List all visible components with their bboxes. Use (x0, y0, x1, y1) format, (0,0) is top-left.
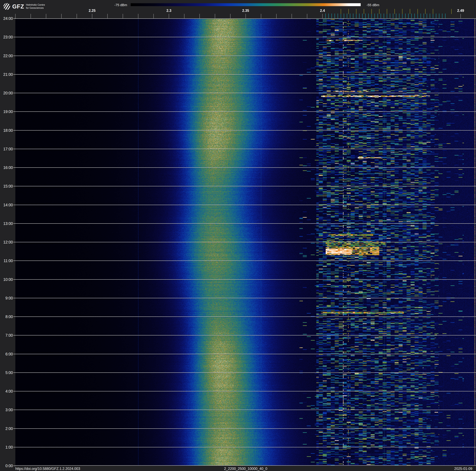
freq-minor-tick (215, 14, 215, 18)
time-label-7:00: 7:00 (0, 333, 13, 338)
wifi-channel-tick (418, 9, 418, 14)
freq-minor-tick (107, 14, 108, 18)
time-label-3:00: 3:00 (0, 408, 13, 412)
ble-channel-tick (396, 14, 396, 18)
time-label-18:00: 18:00 (0, 128, 13, 132)
ble-channel-tick (341, 14, 341, 18)
ble-channel-tick (393, 14, 393, 18)
ble-channel-tick (325, 14, 326, 18)
ble-channel-tick (350, 14, 350, 18)
wifi-channel-tick (364, 9, 364, 14)
time-label-22:00: 22:00 (0, 54, 13, 58)
freq-minor-tick (123, 14, 123, 18)
org-line1: Helmholtz Centre (26, 3, 45, 6)
wifi-channel-tick (348, 9, 349, 14)
freq-minor-tick (77, 14, 77, 18)
freq-minor-tick (276, 14, 276, 18)
org-text: Helmholtz Centre for Geosciences (26, 3, 45, 9)
ble-channel-tick (384, 14, 384, 18)
ble-channel-tick (433, 14, 433, 18)
time-label-15:00: 15:00 (0, 184, 13, 188)
gfz-logo: GFZ Helmholtz Centre for Geosciences (3, 3, 45, 10)
ble-channel-tick (347, 14, 347, 18)
freq-label-2.49: 2.49 (457, 9, 464, 13)
freq-minor-tick (246, 14, 246, 18)
ble-channel-tick (436, 14, 436, 18)
doi-link[interactable]: https://doi.org/10.5880/GFZ.1.2.2024.003 (15, 467, 80, 471)
freq-minor-tick (307, 14, 307, 18)
freq-minor-tick (153, 14, 154, 18)
freq-minor-tick (169, 14, 169, 18)
wifi-channel-tick (387, 9, 387, 14)
time-label-12:00: 12:00 (0, 240, 13, 244)
ble-channel-tick (359, 14, 359, 18)
wifi-channel-tick (379, 9, 379, 14)
colorbar-gradient (131, 3, 361, 6)
ble-channel-tick (362, 14, 362, 18)
time-label-19:00: 19:00 (0, 109, 13, 114)
ble-channel-tick (421, 14, 421, 18)
wifi-channel-tick (394, 9, 395, 14)
ble-channel-tick (411, 14, 412, 18)
ble-channel-tick (390, 14, 390, 18)
ble-channel-tick (408, 14, 408, 18)
date-label: 2025-01-09 (454, 467, 472, 471)
spectrogram-plot (15, 18, 476, 466)
time-label-9:00: 9:00 (0, 296, 13, 300)
ble-channel-tick (365, 14, 366, 18)
time-label-21:00: 21:00 (0, 72, 13, 76)
ble-channel-tick (338, 14, 338, 18)
ble-channel-tick (414, 14, 415, 18)
time-label-2:00: 2:00 (0, 426, 13, 431)
freq-minor-tick (138, 14, 138, 18)
ble-channel-tick (445, 14, 445, 18)
freq-minor-tick (92, 14, 92, 18)
freq-minor-tick (200, 14, 200, 18)
time-label-24:00: 24:00 (0, 16, 13, 21)
freq-minor-tick (184, 14, 184, 18)
time-label-6:00: 6:00 (0, 352, 13, 356)
ble-channel-tick (427, 14, 427, 18)
freq-minor-tick (230, 14, 230, 18)
ble-channel-tick (356, 14, 357, 18)
time-label-16:00: 16:00 (0, 165, 13, 170)
ble-channel-tick (402, 14, 402, 18)
ble-channel-tick (353, 14, 353, 18)
freq-label-2.35: 2.35 (242, 9, 249, 13)
time-label-10:00: 10:00 (0, 277, 13, 282)
time-label-5:00: 5:00 (0, 370, 13, 375)
time-label-14:00: 14:00 (0, 203, 13, 207)
ble-channel-tick (372, 14, 372, 18)
time-label-20:00: 20:00 (0, 91, 13, 95)
freq-minor-tick (61, 14, 62, 18)
ble-channel-tick (399, 14, 399, 18)
time-label-13:00: 13:00 (0, 221, 13, 226)
ble-channel-tick (405, 14, 406, 18)
ble-channel-tick (374, 14, 375, 18)
time-label-11:00: 11:00 (0, 259, 13, 263)
freq-label-2.25: 2.25 (89, 9, 96, 13)
time-label-0:00: 0:00 (0, 464, 13, 468)
time-label-4:00: 4:00 (0, 389, 13, 394)
ble-channel-tick (424, 14, 424, 18)
freq-minor-tick (31, 14, 31, 18)
ble-channel-tick (442, 14, 442, 18)
colorbar-min-label: -75 dBm (114, 3, 127, 7)
freq-minor-tick (460, 14, 461, 18)
ble-channel-tick (430, 14, 430, 18)
freq-minor-tick (322, 14, 323, 18)
freq-label-2.3: 2.3 (167, 9, 171, 13)
ble-channel-tick (439, 14, 439, 18)
ble-channel-tick (335, 14, 335, 18)
colorbar-max-label: -55 dBm (367, 3, 379, 7)
ble-channel-tick (387, 14, 387, 18)
spectrogram-page: GFZ Helmholtz Centre for Geosciences -75… (0, 0, 476, 471)
wifi-channel-tick (356, 9, 357, 14)
ble-channel-tick (344, 14, 344, 18)
freq-label-2.4: 2.4 (320, 9, 325, 13)
time-label-1:00: 1:00 (0, 445, 13, 449)
time-label-23:00: 23:00 (0, 35, 13, 39)
time-label-8:00: 8:00 (0, 314, 13, 319)
freq-minor-tick (15, 14, 16, 18)
gfz-logo-icon (3, 3, 10, 10)
